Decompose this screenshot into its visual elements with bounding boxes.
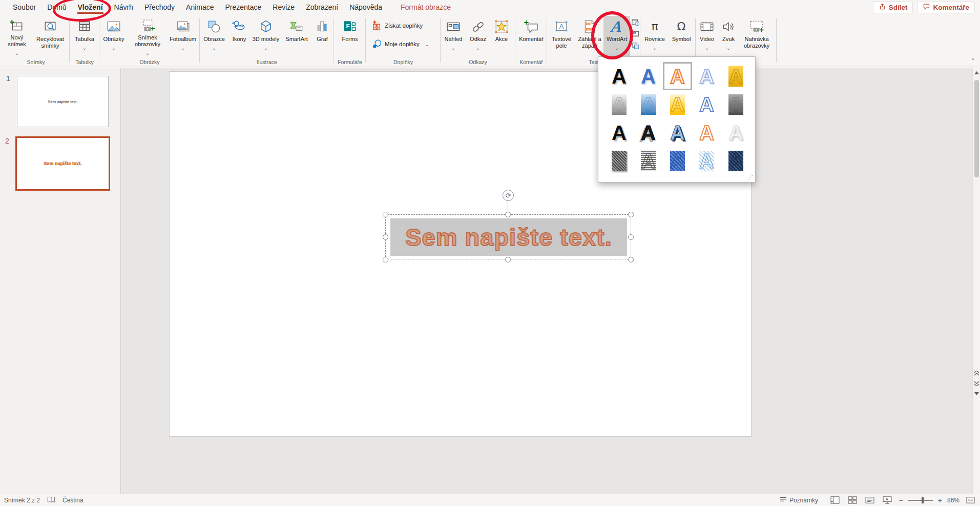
pictures-button[interactable]: Obrázky xyxy=(99,16,128,57)
3d-models-button[interactable]: 3D modely xyxy=(250,16,282,57)
screenshot-button[interactable]: Snímek obrazovky xyxy=(128,16,167,57)
tab-prezentace[interactable]: Prezentace xyxy=(220,0,267,14)
zoom-out-button[interactable]: − xyxy=(898,496,904,504)
slide-2-thumbnail[interactable]: Sem napište text. xyxy=(15,136,110,191)
wordart-style-15[interactable]: A xyxy=(721,118,750,147)
ribbon-collapse-icon[interactable] xyxy=(969,57,977,65)
scroll-up-arrow[interactable] xyxy=(973,69,980,77)
share-button[interactable]: Sdílet xyxy=(873,1,913,13)
gallery-resize-grip[interactable] xyxy=(747,174,753,181)
tab-prechody[interactable]: Přechody xyxy=(139,0,180,14)
normal-view-button[interactable] xyxy=(828,495,842,505)
zoom-level[interactable]: 86% xyxy=(947,497,960,504)
wordart-style-18[interactable]: A xyxy=(663,147,692,175)
photo-album-button[interactable]: Fotoalbum xyxy=(167,16,199,57)
video-button[interactable]: Video xyxy=(696,16,718,57)
equation-button[interactable]: π Rovnice xyxy=(640,16,669,57)
dropdown-chevron-icon xyxy=(705,43,709,52)
language-indicator[interactable]: Čeština xyxy=(62,497,84,504)
wordart-style-5[interactable]: A xyxy=(721,62,750,90)
new-slide-button[interactable]: Nový snímek xyxy=(2,16,32,57)
action-label: Akce xyxy=(495,36,508,43)
date-time-icon[interactable] xyxy=(632,18,639,28)
wordart-style-9[interactable]: A xyxy=(692,90,721,118)
wordart-style-19[interactable]: A xyxy=(692,147,721,175)
wordart-style-4[interactable]: A xyxy=(692,62,721,90)
textbox-button[interactable]: A Textové pole xyxy=(547,16,576,57)
reading-view-button[interactable] xyxy=(863,495,877,505)
tab-revize[interactable]: Revize xyxy=(267,0,300,14)
fit-slide-to-window-button[interactable] xyxy=(964,495,977,505)
next-slide-button[interactable] xyxy=(973,379,980,388)
dropdown-chevron-icon xyxy=(145,48,150,57)
handle-bottom-left[interactable] xyxy=(383,257,388,262)
handle-mid-left[interactable] xyxy=(383,234,388,240)
wordart-style-17[interactable]: A xyxy=(634,147,663,175)
zoom-slider[interactable] xyxy=(908,500,933,501)
wordart-text[interactable]: Sem napište text. xyxy=(405,223,612,251)
scroll-thumb[interactable] xyxy=(974,80,979,177)
wordart-style-2[interactable]: A xyxy=(634,62,663,90)
wordart-style-8[interactable]: A xyxy=(663,90,692,118)
tab-vlozeni[interactable]: Vložení xyxy=(72,0,109,14)
wordart-style-7[interactable]: A xyxy=(634,90,663,118)
table-button[interactable]: Tabulka xyxy=(71,16,98,57)
previous-slide-button[interactable] xyxy=(973,369,980,377)
zoom-in-button[interactable]: + xyxy=(937,496,943,504)
slide-1-thumbnail[interactable]: Sem napište text. xyxy=(17,76,109,127)
audio-button[interactable]: Zvuk xyxy=(718,16,739,57)
spellcheck-icon[interactable] xyxy=(47,496,55,504)
wordart-style-12[interactable]: A xyxy=(634,118,663,147)
zoom-link-button[interactable]: Náhled xyxy=(441,16,466,57)
shapes-button[interactable]: Obrazce xyxy=(200,16,228,57)
handle-mid-right[interactable] xyxy=(628,234,634,240)
rotation-handle[interactable] xyxy=(503,190,514,201)
handle-top-right[interactable] xyxy=(628,212,634,217)
tab-navrh[interactable]: Návrh xyxy=(109,0,139,14)
handle-top-left[interactable] xyxy=(383,212,388,217)
comments-button[interactable]: Komentáře xyxy=(917,1,975,13)
screen-recording-button[interactable]: Nahrávka obrazovky xyxy=(739,16,775,57)
wordart-style-16[interactable]: A xyxy=(604,147,634,175)
reuse-slides-button[interactable]: Recyklovat snímky xyxy=(32,16,69,57)
icons-duck-icon xyxy=(232,17,247,36)
wordart-style-10[interactable]: A xyxy=(721,90,750,118)
smartart-button[interactable]: SmartArt xyxy=(282,16,311,57)
wordart-style-13[interactable]: A xyxy=(663,118,692,147)
action-button[interactable]: Akce xyxy=(490,16,513,57)
wordart-style-1[interactable]: A xyxy=(604,62,634,90)
wordart-style-20[interactable]: A xyxy=(721,147,750,175)
wordart-button[interactable]: A WordArt xyxy=(603,16,630,57)
tab-format-obrazce[interactable]: Formát obrazce xyxy=(395,0,456,14)
forms-button[interactable]: F Forms xyxy=(337,16,363,57)
notes-toggle[interactable]: Poznámky xyxy=(780,496,818,504)
slideshow-view-button[interactable] xyxy=(881,495,894,505)
my-addins-button[interactable]: Moje doplňky xyxy=(370,37,441,51)
wordart-textbox[interactable]: Sem napište text. xyxy=(390,218,627,256)
link-button[interactable]: Odkaz xyxy=(466,16,490,57)
slide-sorter-view-button[interactable] xyxy=(846,495,859,505)
tab-zobrazeni[interactable]: Zobrazení xyxy=(300,0,344,14)
object-icon[interactable] xyxy=(632,42,639,52)
scroll-down-arrow[interactable] xyxy=(973,390,980,398)
icons-button[interactable]: Ikony xyxy=(228,16,250,57)
tab-napoveda[interactable]: Nápověda xyxy=(344,0,388,14)
get-addins-button[interactable]: Získat doplňky xyxy=(370,19,441,32)
tab-animace[interactable]: Animace xyxy=(180,0,219,14)
comment-button[interactable]: Komentář xyxy=(516,16,547,57)
handle-bottom-right[interactable] xyxy=(628,257,634,262)
chart-button[interactable]: Graf xyxy=(311,16,333,57)
handle-bottom-center[interactable] xyxy=(505,257,511,262)
wordart-style-14[interactable]: A xyxy=(692,118,721,147)
handle-top-center[interactable] xyxy=(505,212,511,217)
wordart-style-3-selected[interactable]: A xyxy=(663,62,692,90)
tab-domu[interactable]: Domů xyxy=(41,0,72,14)
zoom-slider-thumb[interactable] xyxy=(922,497,924,503)
tab-soubor[interactable]: Soubor xyxy=(7,0,41,14)
wordart-style-6[interactable]: A xyxy=(604,90,634,118)
symbol-button[interactable]: Ω Symbol xyxy=(669,16,694,57)
header-footer-button[interactable]: Záhlaví a zápatí xyxy=(576,16,603,57)
wordart-style-11[interactable]: A xyxy=(604,118,634,147)
slide-indicator[interactable]: Snímek 2 z 2 xyxy=(4,497,40,504)
slide-number-icon[interactable] xyxy=(632,30,639,40)
